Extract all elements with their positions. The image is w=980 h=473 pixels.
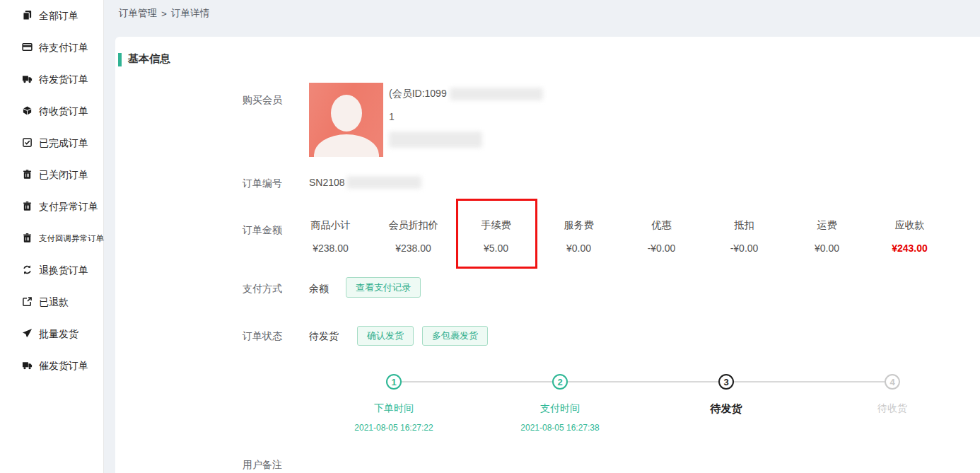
sidebar-item-urge-shipment[interactable]: 催发货订单 (0, 350, 103, 382)
trash-icon (22, 201, 33, 214)
credit-card-icon (22, 42, 33, 54)
amount-col-goods-subtotal: 商品小计 ¥238.00 (289, 219, 372, 254)
amount-col-shipping: 运费 ¥0.00 (786, 219, 868, 254)
member-id-text: (会员ID:1099 (389, 88, 447, 100)
payment-method-value: 余额 (309, 283, 329, 296)
amount-breakdown: 商品小计 ¥238.00 会员折扣价 ¥238.00 手续费 ¥5.00 服务费… (289, 219, 951, 254)
sidebar-item-payment-exception[interactable]: 支付异常订单 (0, 191, 103, 223)
redacted-order-no (346, 176, 421, 189)
sidebar-item-label: 退换货订单 (39, 264, 88, 277)
order-no-prefix: SN2108 (309, 177, 345, 188)
sidebar-item-callback-exception[interactable]: 支付回调异常订单 (0, 223, 103, 255)
refresh-icon (22, 264, 33, 277)
timeline-step-pending-receipt: 4 待收货 (822, 374, 963, 415)
order-status-label: 订单状态 (243, 330, 282, 343)
redacted-member-detail (389, 132, 482, 148)
timeline-step-payment-time: 2 支付时间 2021-08-05 16:27:38 (489, 374, 631, 433)
sidebar-item-pending-payment[interactable]: 待支付订单 (0, 32, 103, 64)
view-payment-records-button[interactable]: 查看支付记录 (346, 277, 421, 298)
sidebar-item-label: 待支付订单 (39, 42, 88, 54)
order-amount-label: 订单金额 (243, 224, 282, 237)
buyer-member-label: 购买会员 (243, 94, 282, 107)
sidebar-item-pending-shipment[interactable]: 待发货订单 (0, 64, 103, 95)
truck-icon (22, 360, 33, 373)
sidebar-item-label: 待收货订单 (39, 105, 88, 118)
truck-icon (22, 74, 33, 86)
amount-col-handling-fee: 手续费 ¥5.00 (455, 219, 537, 254)
share-icon (22, 296, 33, 309)
sidebar-item-completed[interactable]: 已完成订单 (0, 127, 103, 159)
payment-method-label: 支付方式 (243, 283, 282, 296)
copy-icon (22, 10, 33, 23)
trash-icon (22, 233, 33, 245)
package-icon (22, 105, 33, 118)
sidebar-item-label: 全部订单 (39, 10, 78, 23)
member-line2-text: 1 (389, 111, 543, 122)
sidebar-item-label: 催发货订单 (39, 360, 88, 373)
breadcrumb-order-detail: 订单详情 (171, 7, 209, 20)
timeline-connector (394, 381, 892, 383)
sidebar-item-all-orders[interactable]: 全部订单 (0, 0, 103, 32)
sidebar-item-batch-shipment[interactable]: 批量发货 (0, 318, 103, 350)
sidebar-item-pending-receipt[interactable]: 待收货订单 (0, 95, 103, 127)
member-avatar (309, 83, 383, 157)
sidebar-item-label: 已退款 (39, 296, 69, 309)
breadcrumb: 订单管理 > 订单详情 (104, 0, 980, 37)
check-square-icon (22, 137, 33, 150)
step-circle-4: 4 (885, 374, 900, 390)
order-status-value: 待发货 (309, 330, 339, 343)
sidebar-item-label: 已关闭订单 (39, 169, 88, 182)
section-accent-bar (118, 53, 122, 66)
sidebar-item-refunded[interactable]: 已退款 (0, 286, 103, 318)
order-no-value: SN2108 (309, 176, 421, 189)
amount-col-deduction: 抵扣 -¥0.00 (703, 219, 786, 254)
sidebar-item-label: 批量发货 (39, 328, 78, 341)
sidebar-item-label: 支付异常订单 (39, 201, 98, 214)
sidebar-item-closed[interactable]: 已关闭订单 (0, 159, 103, 191)
sidebar-item-label: 待发货订单 (39, 74, 88, 86)
step-circle-1: 1 (386, 374, 402, 390)
trash-icon (22, 169, 33, 182)
step-circle-2: 2 (552, 374, 568, 390)
timeline-step-pending-shipment: 3 待发货 (655, 374, 797, 416)
avatar-sheen (309, 83, 383, 157)
breadcrumb-order-management[interactable]: 订单管理 (119, 7, 157, 20)
amount-col-service-fee: 服务费 ¥0.00 (537, 219, 620, 254)
sidebar-item-label: 已完成订单 (39, 137, 88, 150)
section-title-basic-info: 基本信息 (128, 52, 170, 66)
member-info: (会员ID:1099 1 (389, 88, 543, 148)
amount-col-promo: 优惠 -¥0.00 (620, 219, 703, 254)
order-no-label: 订单编号 (243, 177, 282, 190)
send-icon (22, 328, 33, 341)
breadcrumb-separator: > (161, 8, 167, 19)
confirm-shipment-button[interactable]: 确认发货 (357, 326, 414, 346)
sidebar-item-label: 支付回调异常订单 (39, 233, 104, 244)
timeline-step-order-time: 1 下单时间 2021-08-05 16:27:22 (323, 374, 465, 433)
order-detail-card: 基本信息 购买会员 (会员ID:1099 1 订单编号 SN2108 订单金额 … (115, 37, 980, 473)
amount-col-receivable: 应收款 ¥243.00 (868, 219, 951, 254)
step-circle-3: 3 (718, 374, 734, 390)
sidebar-item-return-exchange[interactable]: 退换货订单 (0, 255, 103, 286)
orders-sidebar: 全部订单 待支付订单 待发货订单 待收货订单 已完成订单 已关闭订单 支付异常订… (0, 0, 104, 473)
user-remarks-label: 用户备注 (243, 459, 282, 472)
multi-package-shipment-button[interactable]: 多包裹发货 (422, 326, 488, 346)
redacted-member-name (450, 88, 543, 100)
amount-col-member-discount: 会员折扣价 ¥238.00 (372, 219, 455, 254)
